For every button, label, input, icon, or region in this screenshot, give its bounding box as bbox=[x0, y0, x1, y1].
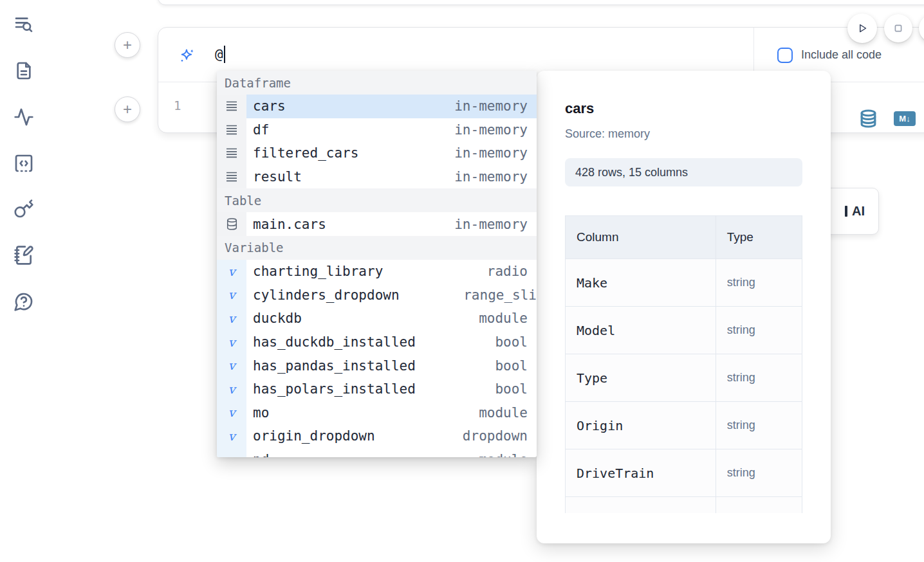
autocomplete-item-has_pandas_installed[interactable]: vhas_pandas_installedbool bbox=[217, 354, 537, 377]
schema-row: Makestring bbox=[566, 259, 802, 307]
item-name: pd bbox=[253, 452, 269, 457]
schema-header-column: Column bbox=[566, 216, 716, 259]
database-cell-icon[interactable] bbox=[858, 109, 878, 129]
variable-icon: v bbox=[228, 430, 236, 442]
sparkles-icon bbox=[179, 48, 196, 64]
variable-icon: v bbox=[217, 260, 246, 284]
activity-icon[interactable] bbox=[14, 107, 34, 127]
schema-column-name: Make bbox=[566, 259, 716, 307]
preview-source: Source: memory bbox=[565, 127, 802, 141]
variable-icon: v bbox=[228, 406, 236, 419]
schema-table-body: MakestringModelstringTypestringOriginstr… bbox=[566, 259, 802, 514]
schema-table-wrap: Column Type MakestringModelstringTypestr… bbox=[565, 215, 802, 513]
variable-icon: v bbox=[217, 307, 246, 331]
schema-column-name: Type bbox=[566, 354, 716, 402]
rows-icon bbox=[217, 118, 246, 142]
prompt-text: @ bbox=[215, 47, 223, 62]
schema-column-name: Model bbox=[566, 307, 716, 354]
item-type: module bbox=[479, 452, 537, 457]
item-name: duckdb bbox=[253, 311, 302, 326]
item-type: module bbox=[479, 311, 537, 326]
rows-icon bbox=[217, 95, 246, 118]
play-icon bbox=[855, 21, 869, 35]
variable-icon: v bbox=[228, 266, 236, 278]
autocomplete-item-df[interactable]: dfin-memory bbox=[217, 118, 537, 142]
schema-column-type: string bbox=[716, 449, 802, 497]
rows-icon bbox=[217, 165, 246, 189]
item-type: in-memory bbox=[454, 98, 537, 114]
key-icon[interactable] bbox=[14, 199, 34, 219]
item-name: cylinders_dropdown bbox=[253, 287, 400, 303]
item-name: df bbox=[253, 122, 269, 138]
run-cell-button[interactable] bbox=[847, 14, 877, 43]
autocomplete-list: Dataframecarsin-memorydfin-memoryfiltere… bbox=[217, 71, 537, 457]
autocomplete-item-origin_dropdown[interactable]: vorigin_dropdowndropdown bbox=[217, 424, 537, 448]
schema-column-name: Origin bbox=[566, 402, 716, 449]
schema-row: Originstring bbox=[566, 402, 802, 449]
add-cell-above-button[interactable]: + bbox=[115, 32, 140, 58]
item-type: in-memory bbox=[454, 169, 537, 185]
ai-button-label: AI bbox=[852, 204, 865, 219]
item-name: result bbox=[253, 169, 302, 185]
autocomplete-item-pd[interactable]: vpdmodule bbox=[217, 448, 537, 457]
item-type: module bbox=[479, 405, 537, 421]
autocomplete-dropdown: Dataframecarsin-memorydfin-memoryfiltere… bbox=[217, 71, 537, 457]
variable-icon: v bbox=[217, 448, 246, 457]
dataframe-preview-panel: cars Source: memory 428 rows, 15 columns… bbox=[537, 71, 831, 543]
autocomplete-item-duckdb[interactable]: vduckdbmodule bbox=[217, 307, 537, 331]
schema-row: Typestring bbox=[566, 354, 802, 402]
stop-button[interactable] bbox=[884, 14, 912, 42]
add-cell-below-button[interactable]: + bbox=[115, 96, 140, 122]
help-circle-icon[interactable] bbox=[14, 291, 34, 312]
item-type: bool bbox=[495, 381, 537, 397]
variable-icon: v bbox=[228, 313, 236, 325]
variable-icon: v bbox=[217, 331, 246, 354]
item-name: main.cars bbox=[253, 217, 326, 232]
item-name: has_polars_installed bbox=[253, 381, 416, 397]
autocomplete-item-main.cars[interactable]: main.carsin-memory bbox=[217, 212, 537, 236]
markdown-convert-icon[interactable]: M↓ bbox=[894, 111, 916, 126]
item-type: bool bbox=[495, 358, 537, 374]
code-square-icon[interactable] bbox=[14, 153, 34, 174]
schema-column-type: string bbox=[716, 259, 802, 307]
ai-prompt-input[interactable]: @ bbox=[215, 46, 225, 63]
item-type: in-memory bbox=[454, 217, 537, 232]
list-search-icon[interactable] bbox=[14, 14, 34, 35]
variable-icon: v bbox=[217, 424, 246, 448]
rows-icon bbox=[217, 141, 246, 165]
autocomplete-section-header: Table bbox=[217, 188, 537, 212]
preview-shape-badge: 428 rows, 15 columns bbox=[565, 158, 802, 186]
autocomplete-item-result[interactable]: resultin-memory bbox=[217, 165, 537, 189]
autocomplete-item-cylinders_dropdown[interactable]: vcylinders_dropdownrange_sli bbox=[217, 284, 537, 307]
schema-header-type: Type bbox=[716, 216, 802, 259]
include-all-code-checkbox[interactable] bbox=[777, 48, 793, 63]
autocomplete-item-has_duckdb_installed[interactable]: vhas_duckdb_installedbool bbox=[217, 331, 537, 354]
autocomplete-item-filtered_cars[interactable]: filtered_carsin-memory bbox=[217, 141, 537, 165]
schema-column-name: DriveTrain bbox=[566, 449, 716, 497]
clipped-letter bbox=[845, 206, 847, 217]
autocomplete-item-has_polars_installed[interactable]: vhas_polars_installedbool bbox=[217, 377, 537, 401]
schema-row: DriveTrainstring bbox=[566, 449, 802, 497]
file-text-icon[interactable] bbox=[14, 60, 34, 81]
schema-column-type: string bbox=[716, 354, 802, 402]
schema-column-type: string bbox=[716, 402, 802, 449]
autocomplete-item-charting_library[interactable]: vcharting_libraryradio bbox=[217, 260, 537, 284]
schema-table: Column Type MakestringModelstringTypestr… bbox=[565, 215, 802, 513]
variable-icon: v bbox=[228, 289, 236, 301]
variable-icon: v bbox=[217, 284, 246, 307]
item-type: bool bbox=[495, 334, 537, 350]
variable-icon: v bbox=[228, 359, 236, 372]
autocomplete-item-mo[interactable]: vmomodule bbox=[217, 401, 537, 425]
schema-column-type: string bbox=[716, 307, 802, 354]
preview-title: cars bbox=[565, 100, 802, 117]
schema-row-partial bbox=[566, 497, 802, 514]
variable-icon: v bbox=[228, 383, 236, 395]
stop-icon bbox=[891, 21, 905, 35]
autocomplete-item-cars[interactable]: carsin-memory bbox=[217, 95, 537, 118]
item-type: dropdown bbox=[463, 428, 537, 444]
notebook-pen-icon[interactable] bbox=[14, 245, 34, 266]
variable-icon: v bbox=[217, 377, 246, 401]
item-name: origin_dropdown bbox=[253, 428, 375, 444]
item-name: mo bbox=[253, 405, 269, 421]
item-type: radio bbox=[487, 264, 537, 279]
